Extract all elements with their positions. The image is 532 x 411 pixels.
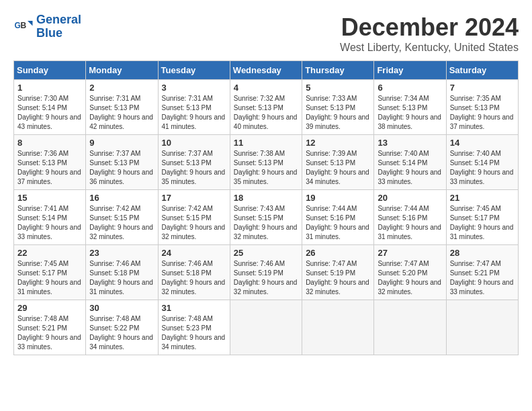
day-info: Sunrise: 7:48 AMSunset: 5:21 PMDaylight:… — [17, 314, 82, 352]
day-cell: 16Sunrise: 7:42 AMSunset: 5:15 PMDayligh… — [86, 190, 158, 245]
day-info: Sunrise: 7:45 AMSunset: 5:17 PMDaylight:… — [17, 259, 82, 297]
page-header: G B General Blue December 2024 West Libe… — [13, 13, 519, 54]
col-header-wednesday: Wednesday — [230, 61, 302, 80]
logo-line2: Blue — [36, 26, 62, 40]
day-cell: 19Sunrise: 7:44 AMSunset: 5:16 PMDayligh… — [302, 190, 374, 245]
day-cell: 27Sunrise: 7:47 AMSunset: 5:20 PMDayligh… — [374, 245, 446, 300]
day-number: 10 — [162, 138, 226, 148]
day-info: Sunrise: 7:42 AMSunset: 5:15 PMDaylight:… — [162, 204, 226, 242]
day-cell: 8Sunrise: 7:36 AMSunset: 5:13 PMDaylight… — [14, 135, 86, 190]
day-cell: 6Sunrise: 7:34 AMSunset: 5:13 PMDaylight… — [374, 80, 446, 135]
day-number: 28 — [450, 248, 515, 258]
day-number: 22 — [17, 248, 82, 258]
day-number: 19 — [306, 193, 370, 203]
day-number: 21 — [450, 193, 515, 203]
day-info: Sunrise: 7:33 AMSunset: 5:13 PMDaylight:… — [306, 94, 370, 132]
day-info: Sunrise: 7:34 AMSunset: 5:13 PMDaylight:… — [378, 94, 442, 132]
col-header-saturday: Saturday — [446, 61, 518, 80]
day-cell: 3Sunrise: 7:31 AMSunset: 5:13 PMDaylight… — [158, 80, 230, 135]
col-header-tuesday: Tuesday — [158, 61, 230, 80]
day-cell: 17Sunrise: 7:42 AMSunset: 5:15 PMDayligh… — [158, 190, 230, 245]
location: West Liberty, Kentucky, United States — [340, 42, 519, 54]
col-header-monday: Monday — [86, 61, 158, 80]
day-number: 17 — [162, 193, 226, 203]
day-cell: 12Sunrise: 7:39 AMSunset: 5:13 PMDayligh… — [302, 135, 374, 190]
day-info: Sunrise: 7:40 AMSunset: 5:14 PMDaylight:… — [450, 149, 515, 187]
day-number: 20 — [378, 193, 442, 203]
day-info: Sunrise: 7:39 AMSunset: 5:13 PMDaylight:… — [306, 149, 370, 187]
logo-text: General Blue — [36, 13, 81, 40]
day-info: Sunrise: 7:46 AMSunset: 5:19 PMDaylight:… — [234, 259, 298, 297]
logo-icon: G B — [13, 17, 34, 37]
day-cell: 4Sunrise: 7:32 AMSunset: 5:13 PMDaylight… — [230, 80, 302, 135]
day-info: Sunrise: 7:44 AMSunset: 5:16 PMDaylight:… — [306, 204, 370, 242]
day-info: Sunrise: 7:43 AMSunset: 5:15 PMDaylight:… — [234, 204, 298, 242]
day-cell — [446, 300, 518, 355]
day-number: 1 — [17, 83, 82, 93]
week-row-2: 8Sunrise: 7:36 AMSunset: 5:13 PMDaylight… — [14, 135, 519, 190]
day-info: Sunrise: 7:48 AMSunset: 5:22 PMDaylight:… — [89, 314, 154, 352]
day-cell: 1Sunrise: 7:30 AMSunset: 5:14 PMDaylight… — [14, 80, 86, 135]
month-title: December 2024 — [340, 13, 519, 42]
day-number: 30 — [89, 303, 154, 313]
day-info: Sunrise: 7:38 AMSunset: 5:13 PMDaylight:… — [234, 149, 298, 187]
col-header-thursday: Thursday — [302, 61, 374, 80]
day-number: 5 — [306, 83, 370, 93]
day-info: Sunrise: 7:31 AMSunset: 5:13 PMDaylight:… — [89, 94, 154, 132]
day-info: Sunrise: 7:31 AMSunset: 5:13 PMDaylight:… — [162, 94, 226, 132]
title-block: December 2024 West Liberty, Kentucky, Un… — [340, 13, 519, 54]
week-row-5: 29Sunrise: 7:48 AMSunset: 5:21 PMDayligh… — [14, 300, 519, 355]
day-number: 24 — [162, 248, 226, 258]
day-number: 29 — [17, 303, 82, 313]
day-info: Sunrise: 7:47 AMSunset: 5:19 PMDaylight:… — [306, 259, 370, 297]
day-number: 4 — [234, 83, 298, 93]
day-number: 16 — [89, 193, 154, 203]
day-cell: 13Sunrise: 7:40 AMSunset: 5:14 PMDayligh… — [374, 135, 446, 190]
day-cell: 5Sunrise: 7:33 AMSunset: 5:13 PMDaylight… — [302, 80, 374, 135]
day-cell: 18Sunrise: 7:43 AMSunset: 5:15 PMDayligh… — [230, 190, 302, 245]
day-number: 9 — [89, 138, 154, 148]
day-cell: 9Sunrise: 7:37 AMSunset: 5:13 PMDaylight… — [86, 135, 158, 190]
day-info: Sunrise: 7:47 AMSunset: 5:20 PMDaylight:… — [378, 259, 442, 297]
day-number: 26 — [306, 248, 370, 258]
logo-line1: General — [36, 13, 81, 26]
day-cell: 26Sunrise: 7:47 AMSunset: 5:19 PMDayligh… — [302, 245, 374, 300]
day-cell: 7Sunrise: 7:35 AMSunset: 5:13 PMDaylight… — [446, 80, 518, 135]
day-number: 11 — [234, 138, 298, 148]
day-info: Sunrise: 7:46 AMSunset: 5:18 PMDaylight:… — [89, 259, 154, 297]
day-cell: 14Sunrise: 7:40 AMSunset: 5:14 PMDayligh… — [446, 135, 518, 190]
calendar-table: SundayMondayTuesdayWednesdayThursdayFrid… — [13, 60, 519, 355]
day-info: Sunrise: 7:45 AMSunset: 5:17 PMDaylight:… — [450, 204, 515, 242]
day-info: Sunrise: 7:32 AMSunset: 5:13 PMDaylight:… — [234, 94, 298, 132]
col-header-friday: Friday — [374, 61, 446, 80]
day-info: Sunrise: 7:40 AMSunset: 5:14 PMDaylight:… — [378, 149, 442, 187]
day-cell — [230, 300, 302, 355]
day-cell: 30Sunrise: 7:48 AMSunset: 5:22 PMDayligh… — [86, 300, 158, 355]
day-info: Sunrise: 7:36 AMSunset: 5:13 PMDaylight:… — [17, 149, 82, 187]
day-number: 15 — [17, 193, 82, 203]
svg-text:B: B — [21, 20, 27, 30]
day-info: Sunrise: 7:30 AMSunset: 5:14 PMDaylight:… — [17, 94, 82, 132]
day-number: 27 — [378, 248, 442, 258]
week-row-1: 1Sunrise: 7:30 AMSunset: 5:14 PMDaylight… — [14, 80, 519, 135]
week-row-3: 15Sunrise: 7:41 AMSunset: 5:14 PMDayligh… — [14, 190, 519, 245]
day-cell: 10Sunrise: 7:37 AMSunset: 5:13 PMDayligh… — [158, 135, 230, 190]
day-number: 25 — [234, 248, 298, 258]
day-cell: 31Sunrise: 7:48 AMSunset: 5:23 PMDayligh… — [158, 300, 230, 355]
col-header-sunday: Sunday — [14, 61, 86, 80]
day-cell: 24Sunrise: 7:46 AMSunset: 5:18 PMDayligh… — [158, 245, 230, 300]
day-cell — [374, 300, 446, 355]
svg-marker-2 — [28, 21, 33, 26]
day-info: Sunrise: 7:37 AMSunset: 5:13 PMDaylight:… — [162, 149, 226, 187]
day-cell: 2Sunrise: 7:31 AMSunset: 5:13 PMDaylight… — [86, 80, 158, 135]
day-info: Sunrise: 7:37 AMSunset: 5:13 PMDaylight:… — [89, 149, 154, 187]
day-number: 6 — [378, 83, 442, 93]
day-number: 2 — [89, 83, 154, 93]
day-cell: 25Sunrise: 7:46 AMSunset: 5:19 PMDayligh… — [230, 245, 302, 300]
day-info: Sunrise: 7:42 AMSunset: 5:15 PMDaylight:… — [89, 204, 154, 242]
day-number: 13 — [378, 138, 442, 148]
day-number: 7 — [450, 83, 515, 93]
week-row-4: 22Sunrise: 7:45 AMSunset: 5:17 PMDayligh… — [14, 245, 519, 300]
day-cell — [302, 300, 374, 355]
header-row: SundayMondayTuesdayWednesdayThursdayFrid… — [14, 61, 519, 80]
